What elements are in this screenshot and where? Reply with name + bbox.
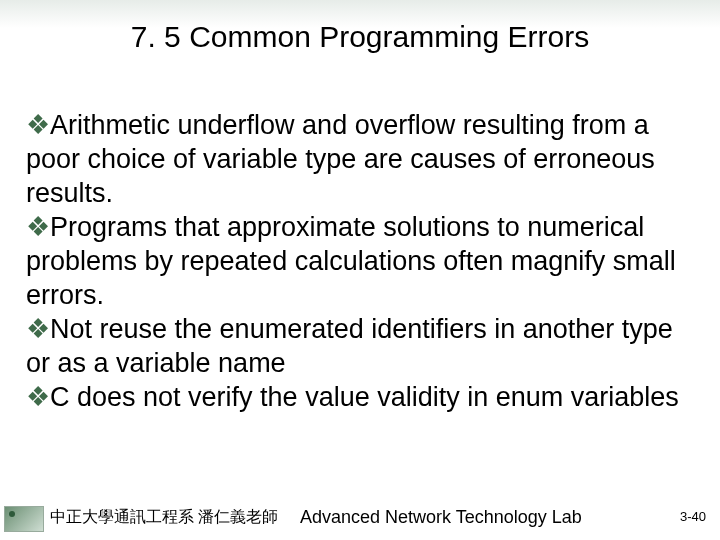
slide: 7. 5 Common Programming Errors ❖Arithmet…: [0, 0, 720, 540]
diamond-bullet-icon: ❖: [26, 314, 50, 344]
diamond-bullet-icon: ❖: [26, 382, 50, 412]
slide-title: 7. 5 Common Programming Errors: [0, 20, 720, 54]
bullet-text: C does not verify the value validity in …: [50, 382, 679, 412]
bullet-item: ❖Arithmetic underflow and overflow resul…: [26, 108, 690, 210]
footer-center-text: Advanced Network Technology Lab: [300, 507, 582, 528]
diamond-bullet-icon: ❖: [26, 110, 50, 140]
slide-body: ❖Arithmetic underflow and overflow resul…: [26, 108, 690, 414]
bullet-text: Not reuse the enumerated identifiers in …: [26, 314, 673, 378]
bullet-item: ❖Not reuse the enumerated identifiers in…: [26, 312, 690, 380]
slide-footer: 中正大學通訊工程系 潘仁義老師 Advanced Network Technol…: [0, 504, 720, 534]
footer-logo-icon: [4, 506, 44, 532]
bullet-text: Programs that approximate solutions to n…: [26, 212, 676, 310]
bullet-text: Arithmetic underflow and overflow result…: [26, 110, 655, 208]
slide-number: 3-40: [680, 509, 706, 524]
footer-left-text: 中正大學通訊工程系 潘仁義老師: [50, 507, 278, 528]
bullet-item: ❖Programs that approximate solutions to …: [26, 210, 690, 312]
diamond-bullet-icon: ❖: [26, 212, 50, 242]
bullet-item: ❖C does not verify the value validity in…: [26, 380, 690, 414]
